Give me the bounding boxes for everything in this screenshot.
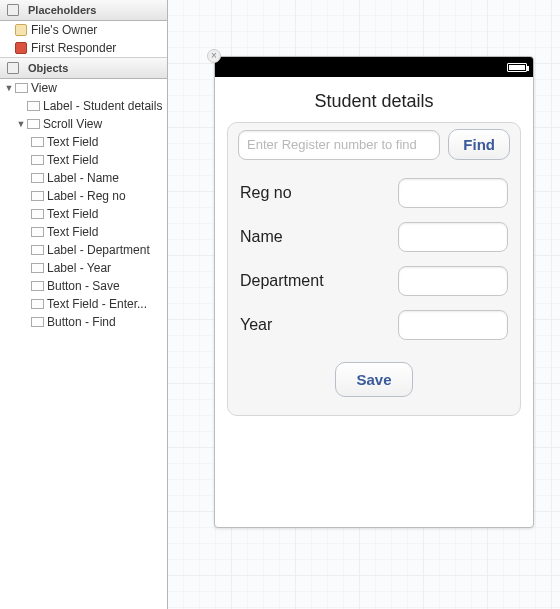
cube-icon	[6, 61, 20, 75]
save-row: Save	[238, 362, 510, 397]
form-row-regno: Reg no	[240, 178, 508, 208]
tree-label: View	[31, 81, 57, 95]
tree-item[interactable]: Label - Reg no	[0, 187, 167, 205]
tree-label: Text Field	[47, 153, 98, 167]
tree-label: Text Field	[47, 225, 98, 239]
form-row-name: Name	[240, 222, 508, 252]
battery-icon	[507, 63, 527, 72]
placeholder-label: File's Owner	[31, 23, 97, 37]
disclosure-triangle-icon[interactable]: ▼	[16, 119, 26, 129]
placeholders-header-label: Placeholders	[28, 4, 96, 16]
regno-field[interactable]	[398, 178, 508, 208]
placeholders-section-body: File's Owner First Responder	[0, 21, 167, 57]
tree-item[interactable]: Text Field - Enter...	[0, 295, 167, 313]
form-row-department: Department	[240, 266, 508, 296]
scroll-view: Find Reg no Name Department Year	[227, 122, 521, 416]
view-icon	[14, 81, 28, 95]
view-icon	[30, 171, 44, 185]
tree-item[interactable]: Text Field	[0, 133, 167, 151]
view-icon	[30, 243, 44, 257]
tree-item[interactable]: Button - Save	[0, 277, 167, 295]
tree-item[interactable]: Label - Year	[0, 259, 167, 277]
disclosure-triangle-icon[interactable]: ▼	[4, 83, 14, 93]
view-icon	[30, 315, 44, 329]
tree-label: Label - Name	[47, 171, 119, 185]
search-row: Find	[238, 129, 510, 160]
year-label: Year	[240, 316, 272, 334]
app-body: Student details Find Reg no Name Departm…	[215, 77, 533, 416]
device-frame[interactable]: × Student details Find Reg no Name	[214, 56, 534, 528]
view-icon	[30, 207, 44, 221]
placeholder-label: First Responder	[31, 41, 116, 55]
view-icon	[30, 135, 44, 149]
regno-label: Reg no	[240, 184, 292, 202]
tree-label: Text Field	[47, 135, 98, 149]
tree-item[interactable]: Text Field	[0, 151, 167, 169]
name-label: Name	[240, 228, 283, 246]
tree-item[interactable]: Label - Department	[0, 241, 167, 259]
department-label: Department	[240, 272, 324, 290]
view-icon	[30, 153, 44, 167]
objects-header-label: Objects	[28, 62, 68, 74]
tree-item-scroll-view[interactable]: ▼ Scroll View	[0, 115, 167, 133]
view-icon	[30, 297, 44, 311]
cube-icon	[6, 3, 20, 17]
first-responder-icon	[14, 41, 28, 55]
tree-label: Text Field	[47, 207, 98, 221]
tree-item-view[interactable]: ▼ View	[0, 79, 167, 97]
tree-label: Label - Reg no	[47, 189, 126, 203]
placeholder-first-responder[interactable]: First Responder	[0, 39, 167, 57]
tree-item[interactable]: Button - Find	[0, 313, 167, 331]
canvas-area[interactable]: × Student details Find Reg no Name	[168, 0, 560, 609]
tree-item[interactable]: Text Field	[0, 223, 167, 241]
tree-item[interactable]: Text Field	[0, 205, 167, 223]
save-button[interactable]: Save	[335, 362, 412, 397]
view-icon	[26, 117, 40, 131]
objects-section-header: Objects	[0, 57, 167, 79]
view-icon	[30, 189, 44, 203]
name-field[interactable]	[398, 222, 508, 252]
placeholders-section-header: Placeholders	[0, 0, 167, 21]
view-icon	[30, 225, 44, 239]
tree-label: Label - Student details	[43, 99, 162, 113]
tree-item-label-student-details[interactable]: Label - Student details	[0, 97, 167, 115]
tree-label: Text Field - Enter...	[47, 297, 147, 311]
files-owner-icon	[14, 23, 28, 37]
department-field[interactable]	[398, 266, 508, 296]
outline-panel: Placeholders File's Owner First Responde…	[0, 0, 168, 609]
status-bar	[215, 57, 533, 77]
tree-label: Scroll View	[43, 117, 102, 131]
tree-label: Label - Department	[47, 243, 150, 257]
tree-label: Button - Find	[47, 315, 116, 329]
placeholder-files-owner[interactable]: File's Owner	[0, 21, 167, 39]
close-icon[interactable]: ×	[207, 49, 221, 63]
tree-item[interactable]: Label - Name	[0, 169, 167, 187]
view-icon	[30, 279, 44, 293]
search-input[interactable]	[238, 130, 440, 160]
view-icon	[26, 99, 40, 113]
page-title: Student details	[215, 77, 533, 122]
form-row-year: Year	[240, 310, 508, 340]
tree-label: Button - Save	[47, 279, 120, 293]
year-field[interactable]	[398, 310, 508, 340]
view-icon	[30, 261, 44, 275]
find-button[interactable]: Find	[448, 129, 510, 160]
objects-section-body: ▼ View Label - Student details ▼ Scroll …	[0, 79, 167, 609]
tree-label: Label - Year	[47, 261, 111, 275]
